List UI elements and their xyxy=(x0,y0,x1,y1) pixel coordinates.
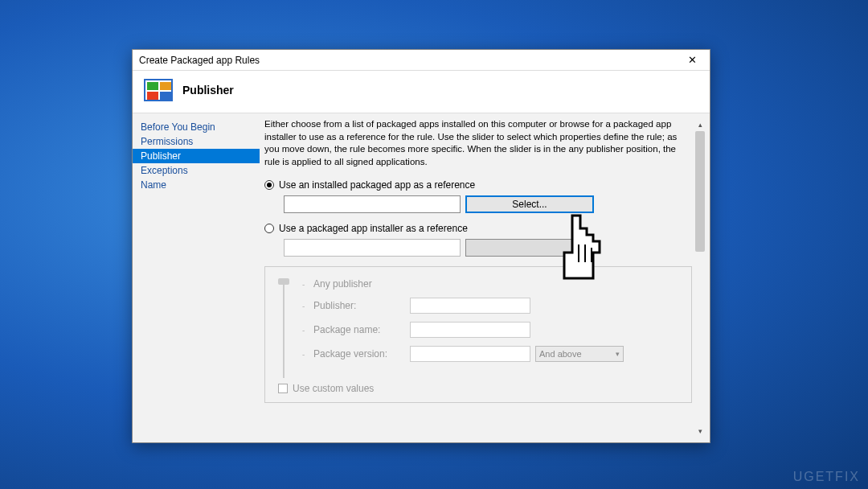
field-label: Package name: xyxy=(313,324,410,335)
radio-installed-app[interactable]: Use an installed packaged app as a refer… xyxy=(264,179,692,191)
dialog-title: Create Packaged app Rules xyxy=(139,55,260,66)
use-custom-values-checkbox[interactable]: Use custom values xyxy=(278,383,682,394)
radio-installer[interactable]: Use a packaged app installer as a refere… xyxy=(264,223,692,234)
property-slider[interactable] xyxy=(275,278,299,383)
scroll-up-arrow-icon[interactable]: ▴ xyxy=(694,118,706,131)
field-publisher: - Publisher: xyxy=(302,298,682,314)
browse-button-disabled xyxy=(465,239,594,257)
radio-icon xyxy=(264,224,274,233)
sidebar-item-before-you-begin[interactable]: Before You Begin xyxy=(133,120,260,134)
dialog-window: Create Packaged app Rules ✕ Publisher Be… xyxy=(132,49,710,443)
installer-input xyxy=(284,239,461,257)
sidebar-item-label: Exceptions xyxy=(141,165,188,176)
sidebar: Before You Begin Permissions Publisher E… xyxy=(133,113,260,442)
select-button-label: Select... xyxy=(512,199,547,210)
dialog-body: Before You Begin Permissions Publisher E… xyxy=(133,113,710,442)
radio-icon xyxy=(264,180,274,190)
main-panel: Either choose from a list of packaged ap… xyxy=(260,113,710,442)
titlebar: Create Packaged app Rules ✕ xyxy=(133,50,710,71)
sidebar-item-exceptions[interactable]: Exceptions xyxy=(133,163,260,178)
package-version-input xyxy=(410,346,530,362)
sidebar-item-publisher[interactable]: Publisher xyxy=(133,149,260,163)
installed-app-row: Select... xyxy=(284,195,692,213)
tick-icon: - xyxy=(302,326,313,335)
scrollbar-track[interactable] xyxy=(694,131,706,425)
slider-track xyxy=(283,281,285,378)
radio-label: Use a packaged app installer as a refere… xyxy=(279,223,468,234)
select-button[interactable]: Select... xyxy=(465,195,594,213)
close-button[interactable]: ✕ xyxy=(678,51,706,69)
installer-row xyxy=(284,239,692,257)
field-label: Package version: xyxy=(313,348,410,360)
close-icon: ✕ xyxy=(688,54,697,66)
version-comparison-dropdown: And above ▾ xyxy=(535,346,624,362)
field-any-publisher: - Any publisher xyxy=(302,278,682,290)
slider-thumb[interactable] xyxy=(278,278,289,285)
tick-icon: - xyxy=(302,302,313,310)
description-text: Either choose from a list of packaged ap… xyxy=(264,118,692,168)
checkbox-label: Use custom values xyxy=(293,383,374,394)
sidebar-item-label: Publisher xyxy=(141,150,181,162)
tick-icon: - xyxy=(302,280,313,289)
publisher-input xyxy=(410,298,530,314)
field-package-name: - Package name: xyxy=(302,322,682,338)
header-icon xyxy=(144,79,173,101)
field-label: Any publisher xyxy=(313,278,410,290)
dropdown-value: And above xyxy=(539,349,582,359)
field-package-version: - Package version: And above ▾ xyxy=(302,346,682,362)
chevron-down-icon: ▾ xyxy=(616,350,620,358)
sidebar-item-label: Name xyxy=(141,179,166,191)
tick-icon: - xyxy=(302,350,313,359)
scroll-down-arrow-icon[interactable]: ▾ xyxy=(694,425,706,438)
installed-app-input[interactable] xyxy=(284,195,461,213)
dialog-header: Publisher xyxy=(133,71,710,113)
sidebar-item-label: Before You Begin xyxy=(141,121,215,133)
sidebar-item-label: Permissions xyxy=(141,136,193,147)
sidebar-item-name[interactable]: Name xyxy=(133,178,260,192)
scrollbar-thumb[interactable] xyxy=(695,131,705,252)
properties-fieldset: - Any publisher - Publisher: - Package n… xyxy=(264,266,692,403)
checkbox-icon xyxy=(278,384,288,393)
page-title: Publisher xyxy=(182,84,234,97)
package-name-input xyxy=(410,322,530,338)
watermark: UGETFIX xyxy=(793,470,860,484)
field-label: Publisher: xyxy=(313,300,410,311)
vertical-scrollbar[interactable]: ▴ ▾ xyxy=(694,118,706,438)
sidebar-item-permissions[interactable]: Permissions xyxy=(133,134,260,149)
radio-label: Use an installed packaged app as a refer… xyxy=(279,179,475,191)
